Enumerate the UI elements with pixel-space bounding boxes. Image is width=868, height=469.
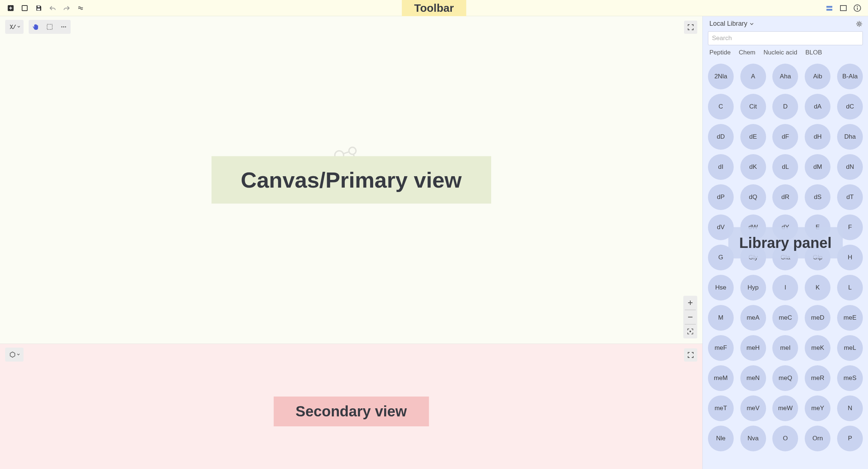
library-chip[interactable]: Nva (740, 426, 766, 451)
library-chip[interactable]: A (740, 64, 766, 89)
save-icon (35, 4, 42, 12)
zoom-out-button[interactable] (683, 310, 697, 324)
library-chip[interactable]: dM (805, 154, 830, 180)
svg-rect-3 (37, 8, 40, 10)
library-chip[interactable]: meA (740, 305, 766, 331)
library-settings-button[interactable] (855, 20, 863, 28)
library-chip[interactable]: Nle (708, 426, 734, 451)
secondary-tool-dropdown[interactable] (5, 348, 24, 362)
library-chip[interactable]: meF (708, 335, 734, 361)
library-chip[interactable]: L (837, 275, 863, 301)
library-panel-annotation: Library panel (728, 227, 843, 258)
library-chip[interactable]: dK (740, 154, 766, 180)
library-chip[interactable]: Hyp (740, 275, 766, 301)
svg-point-11 (61, 26, 62, 27)
library-chip[interactable]: dA (805, 94, 830, 120)
open-file-button[interactable] (18, 2, 31, 14)
svg-point-18 (858, 23, 860, 25)
library-chip[interactable]: dN (837, 154, 863, 180)
open-file-icon (21, 4, 28, 12)
tab-chem[interactable]: Chem (739, 49, 755, 58)
hexagon-icon (9, 351, 16, 358)
library-chip[interactable]: meK (805, 335, 830, 361)
library-chip[interactable]: Dha (837, 124, 863, 150)
svg-point-16 (349, 148, 356, 154)
svg-point-8 (857, 6, 858, 7)
library-chip[interactable]: dH (805, 124, 830, 150)
redo-button[interactable] (60, 2, 73, 14)
library-chip[interactable]: C (708, 94, 734, 120)
library-title-dropdown[interactable]: Local Library (709, 20, 754, 28)
library-chip[interactable]: dT (837, 184, 863, 210)
library-chip[interactable]: meE (837, 305, 863, 331)
secondary-view[interactable]: Secondary view (0, 344, 702, 469)
library-chip[interactable]: meI (772, 335, 798, 361)
library-chip[interactable]: N (837, 395, 863, 421)
primary-fullscreen-button[interactable] (684, 21, 697, 34)
library-chip[interactable]: Orn (805, 426, 830, 451)
undo-button[interactable] (46, 2, 59, 14)
tab-nucleic-acid[interactable]: Nucleic acid (764, 49, 797, 58)
library-chip[interactable]: dE (740, 124, 766, 150)
library-chip[interactable]: dI (708, 154, 734, 180)
library-chip[interactable]: meQ (772, 365, 798, 391)
library-chip[interactable]: meY (805, 395, 830, 421)
library-chip[interactable]: meL (837, 335, 863, 361)
library-chip[interactable]: dF (772, 124, 798, 150)
library-chip[interactable]: meH (740, 335, 766, 361)
library-chip[interactable]: meC (772, 305, 798, 331)
library-chip[interactable]: meM (708, 365, 734, 391)
zoom-fit-button[interactable] (683, 324, 697, 338)
select-tool-button[interactable] (43, 20, 57, 34)
library-chip[interactable]: meR (805, 365, 830, 391)
library-chip[interactable]: meN (740, 365, 766, 391)
zoom-in-button[interactable] (683, 296, 697, 310)
library-chip[interactable]: D (772, 94, 798, 120)
canvas-primary-view[interactable]: by ChemAxon Canvas/Primary view (0, 16, 702, 344)
new-file-button[interactable] (4, 2, 17, 14)
sequence-tool-dropdown[interactable] (5, 20, 24, 34)
more-tools-button[interactable] (57, 20, 71, 34)
library-chip[interactable]: M (708, 305, 734, 331)
library-chip[interactable]: dQ (740, 184, 766, 210)
library-chip[interactable]: Cit (740, 94, 766, 120)
library-chip[interactable]: meS (837, 365, 863, 391)
save-button[interactable] (32, 2, 45, 14)
hand-icon (32, 23, 40, 31)
clear-button[interactable] (74, 2, 87, 14)
library-chip[interactable]: K (805, 275, 830, 301)
toolbar-annotation: Toolbar (402, 0, 467, 17)
library-chip[interactable]: dL (772, 154, 798, 180)
pan-tool-button[interactable] (29, 20, 43, 34)
library-search-input[interactable] (708, 31, 863, 45)
library-chip[interactable]: meT (708, 395, 734, 421)
gear-icon (855, 20, 863, 28)
sequence-icon (8, 23, 17, 31)
library-chip[interactable]: dC (837, 94, 863, 120)
library-chip[interactable]: meD (805, 305, 830, 331)
split-view-icon (825, 4, 833, 12)
library-chip[interactable]: meV (740, 395, 766, 421)
view-split-button[interactable] (823, 2, 836, 14)
library-title-text: Local Library (709, 20, 747, 28)
library-chip[interactable]: meW (772, 395, 798, 421)
library-chip[interactable]: dR (772, 184, 798, 210)
library-chip[interactable]: Hse (708, 275, 734, 301)
secondary-fullscreen-button[interactable] (684, 348, 697, 362)
svg-rect-10 (47, 24, 52, 29)
library-chip[interactable]: O (772, 426, 798, 451)
tab-blob[interactable]: BLOB (805, 49, 822, 58)
library-chip[interactable]: 2Nla (708, 64, 734, 89)
library-chip[interactable]: Aha (772, 64, 798, 89)
library-chip[interactable]: dS (805, 184, 830, 210)
library-chip[interactable]: I (772, 275, 798, 301)
library-chip[interactable]: dD (708, 124, 734, 150)
select-icon (46, 23, 54, 31)
library-chip[interactable]: dP (708, 184, 734, 210)
view-single-button[interactable] (837, 2, 850, 14)
library-chip[interactable]: B-Ala (837, 64, 863, 89)
library-chip[interactable]: Aib (805, 64, 830, 89)
tab-peptide[interactable]: Peptide (709, 49, 731, 58)
info-button[interactable] (851, 2, 864, 14)
library-chip[interactable]: P (837, 426, 863, 451)
